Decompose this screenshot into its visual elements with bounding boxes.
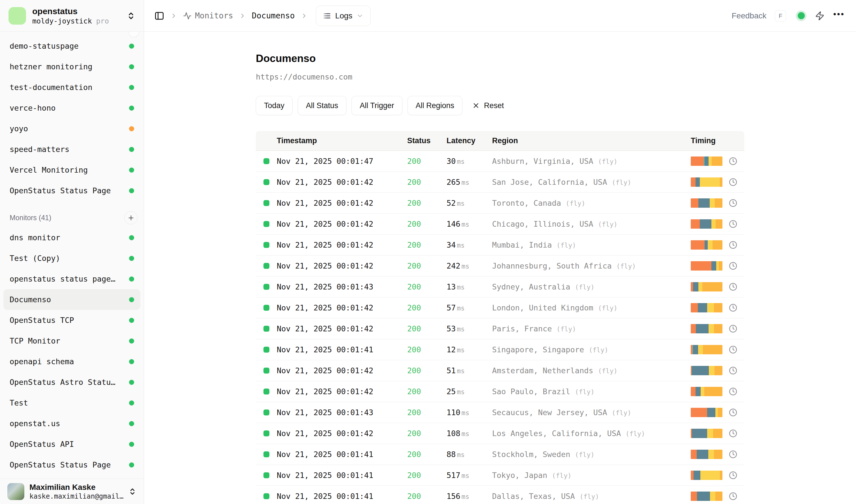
- log-table-row[interactable]: Nov 21, 2025 00:01:42 200 242ms Johannes…: [256, 255, 744, 276]
- timing-segment-slate: [698, 198, 710, 208]
- row-timestamp: Nov 21, 2025 00:01:41: [277, 450, 407, 459]
- sidebar-item-monitor-tcp-monitor[interactable]: TCP Monitor: [3, 330, 140, 351]
- row-status-square-icon: [264, 221, 269, 227]
- status-dot-icon: [129, 297, 134, 302]
- row-region: Paris, France: [492, 324, 552, 333]
- breadcrumb-monitors[interactable]: Monitors: [183, 11, 233, 20]
- log-table-row[interactable]: Nov 21, 2025 00:01:43 200 13ms Sydney, A…: [256, 276, 744, 298]
- row-region-provider: (fly): [557, 325, 576, 333]
- workspace-switcher[interactable]: openstatus moldy-joystick pro: [0, 0, 144, 32]
- row-status-square-icon: [264, 451, 269, 457]
- sidebar-item-monitor-dns-monitor[interactable]: dns monitor: [3, 227, 140, 248]
- sidebar-item-label: test-documentation: [10, 83, 92, 92]
- sidebar-item-statuspage-verce-hono[interactable]: verce-hono: [3, 97, 140, 118]
- clock-icon: [729, 178, 737, 186]
- timing-segment-amber: [714, 450, 723, 459]
- log-table-row[interactable]: Nov 21, 2025 00:01:41 200 12ms Singapore…: [256, 339, 744, 360]
- filter-trigger-button[interactable]: All Trigger: [352, 96, 403, 115]
- timing-segment-orange: [691, 408, 707, 417]
- clock-icon: [729, 220, 737, 228]
- log-table-row[interactable]: Nov 21, 2025 00:01:42 200 108ms Los Ange…: [256, 423, 744, 444]
- log-table-row[interactable]: Nov 21, 2025 00:01:41 200 156ms Dallas, …: [256, 486, 744, 504]
- sidebar-toggle-icon[interactable]: [154, 11, 164, 21]
- row-latency-unit: ms: [457, 346, 465, 354]
- log-table-row[interactable]: Nov 21, 2025 00:01:42 200 265ms San Jose…: [256, 172, 744, 193]
- timing-segment-slate: [711, 261, 716, 271]
- log-table-row[interactable]: Nov 21, 2025 00:01:41 200 88ms Stockholm…: [256, 444, 744, 465]
- sidebar-item-statuspage-yoyo[interactable]: yoyo: [3, 118, 140, 139]
- row-status-code: 200: [407, 262, 447, 270]
- log-table-row[interactable]: Nov 21, 2025 00:01:47 200 30ms Ashburn, …: [256, 151, 744, 172]
- system-status-dot[interactable]: [796, 11, 806, 21]
- sidebar-item-monitor-openstatus-astro-statu[interactable]: OpenStatus Astro Statu…: [3, 372, 140, 393]
- status-dot-icon: [129, 276, 134, 282]
- timing-segment-slate: [700, 219, 711, 229]
- sidebar-item-statuspage-speed-matters[interactable]: speed-matters: [3, 139, 140, 160]
- row-status-code: 200: [407, 199, 447, 208]
- sidebar-item-monitor-documenso[interactable]: Documenso: [3, 289, 140, 310]
- timing-segment-amber: [715, 491, 723, 501]
- filter-regions-button[interactable]: All Regions: [408, 96, 463, 115]
- sidebar-item-statuspage-test-documentation[interactable]: test-documentation: [3, 77, 140, 97]
- row-latency-value: 265: [447, 178, 460, 186]
- filter-date-button[interactable]: Today: [256, 96, 292, 115]
- log-table-row[interactable]: Nov 21, 2025 00:01:41 200 517ms Tokyo, J…: [256, 465, 744, 486]
- filter-status-button[interactable]: All Status: [298, 96, 346, 115]
- sidebar-item-monitor-openstatus-api[interactable]: OpenStatus API: [3, 434, 140, 454]
- sidebar-item-statuspage-openstatus-status-page[interactable]: OpenStatus Status Page: [3, 180, 140, 201]
- workspace-avatar: [8, 7, 26, 24]
- sidebar-item-monitor-openstatus-status-page[interactable]: OpenStatus Status Page: [3, 454, 140, 475]
- log-table-row[interactable]: Nov 21, 2025 00:01:42 200 146ms Chicago,…: [256, 214, 744, 235]
- log-table-row[interactable]: Nov 21, 2025 00:01:42 200 57ms London, U…: [256, 298, 744, 318]
- sidebar-item-monitor-test[interactable]: Test: [3, 393, 140, 413]
- clock-icon: [729, 387, 737, 396]
- user-menu[interactable]: Maximilian Kaske kaske.maximilian@gmail…: [0, 479, 144, 504]
- reset-filters-button[interactable]: Reset: [472, 101, 504, 110]
- timing-segment-slate: [693, 282, 698, 291]
- feedback-button[interactable]: Feedback: [732, 11, 767, 20]
- sidebar-item-monitor-openstatus-status-page[interactable]: openstatus status page…: [3, 269, 140, 289]
- sidebar-scroll-area[interactable]: demo-statuspage hetzner monitoring test-…: [0, 32, 144, 479]
- sidebar-item-monitor-openapi-schema[interactable]: openapi schema: [3, 351, 140, 372]
- log-table-row[interactable]: Nov 21, 2025 00:01:42 200 51ms Amsterdam…: [256, 360, 744, 381]
- row-timestamp: Nov 21, 2025 00:01:42: [277, 366, 407, 375]
- sidebar-item-statuspage-vercel-monitoring[interactable]: Vercel Monitoring: [3, 160, 140, 180]
- view-switcher-dropdown[interactable]: Logs: [316, 6, 371, 26]
- timing-segment-amber: [720, 471, 723, 480]
- sidebar-item-statuspage-hetzner-monitoring[interactable]: hetzner monitoring: [3, 56, 140, 77]
- row-region: Secaucus, New Jersey, USA: [492, 408, 607, 417]
- row-region: Amsterdam, Netherlands: [492, 366, 593, 375]
- status-pages-list: demo-statuspage hetzner monitoring test-…: [0, 36, 144, 201]
- log-table-row[interactable]: Nov 21, 2025 00:01:42 200 25ms Sao Paulo…: [256, 381, 744, 402]
- row-status-square-icon: [264, 367, 269, 374]
- row-region-provider: (fly): [598, 305, 618, 312]
- log-table-row[interactable]: Nov 21, 2025 00:01:42 200 52ms Toronto, …: [256, 193, 744, 214]
- row-latency-value: 25: [447, 387, 456, 396]
- log-table-row[interactable]: Nov 21, 2025 00:01:43 200 110ms Secaucus…: [256, 402, 744, 423]
- chevron-right-icon: [239, 12, 246, 19]
- sidebar-item-monitor-openstatus-tcp[interactable]: OpenStatus TCP: [3, 310, 140, 330]
- sidebar-item-monitor-openstat-us[interactable]: openstat.us: [3, 413, 140, 434]
- row-status-code: 200: [407, 240, 447, 249]
- row-status-code: 200: [407, 471, 447, 480]
- more-options-button[interactable]: •••: [833, 9, 845, 22]
- row-latency-unit: ms: [457, 325, 465, 333]
- timing-segment-yellow: [701, 387, 704, 396]
- row-region-provider: (fly): [616, 263, 636, 270]
- log-table-row[interactable]: Nov 21, 2025 00:01:42 200 34ms Mumbai, I…: [256, 235, 744, 255]
- timing-segment-slate: [696, 387, 701, 396]
- row-region: Sao Paulo, Brazil: [492, 387, 570, 396]
- status-dot-icon: [129, 256, 134, 261]
- row-status-code: 200: [407, 157, 447, 165]
- log-table-row[interactable]: Nov 21, 2025 00:01:42 200 53ms Paris, Fr…: [256, 318, 744, 339]
- sidebar-item-label: demo-statuspage: [10, 41, 79, 50]
- add-monitor-button[interactable]: [124, 211, 138, 224]
- command-menu-icon[interactable]: [815, 11, 825, 21]
- row-timestamp: Nov 21, 2025 00:01:41: [277, 492, 407, 501]
- sidebar-item-monitor-test-copy[interactable]: Test (Copy): [3, 248, 140, 269]
- row-timestamp: Nov 21, 2025 00:01:42: [277, 178, 407, 186]
- breadcrumb-monitor-name[interactable]: Documenso: [252, 11, 295, 20]
- status-dot-icon: [129, 147, 134, 152]
- sidebar-item-statuspage-demo-statuspage[interactable]: demo-statuspage: [3, 36, 140, 56]
- row-status-code: 200: [407, 387, 447, 396]
